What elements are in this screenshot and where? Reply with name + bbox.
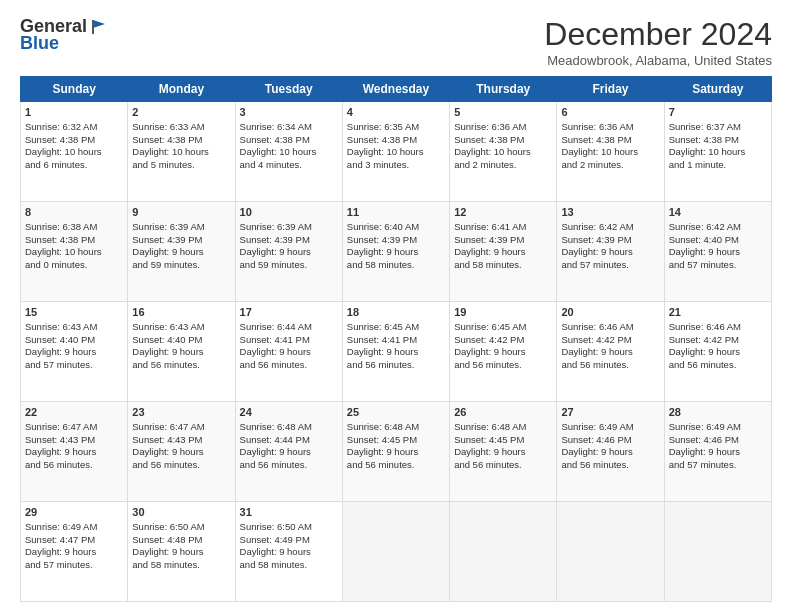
day-info-line: Sunrise: 6:36 AM — [454, 121, 552, 134]
day-number: 6 — [561, 105, 659, 120]
calendar-cell: 9Sunrise: 6:39 AMSunset: 4:39 PMDaylight… — [128, 202, 235, 302]
day-info-line: Sunrise: 6:49 AM — [669, 421, 767, 434]
calendar-cell: 2Sunrise: 6:33 AMSunset: 4:38 PMDaylight… — [128, 102, 235, 202]
day-info-line: Daylight: 9 hours — [132, 546, 230, 559]
day-header-saturday: Saturday — [664, 77, 771, 102]
day-number: 23 — [132, 405, 230, 420]
day-info-line: Daylight: 9 hours — [669, 346, 767, 359]
day-info-line: Daylight: 9 hours — [240, 546, 338, 559]
calendar-cell: 8Sunrise: 6:38 AMSunset: 4:38 PMDaylight… — [21, 202, 128, 302]
calendar-cell: 5Sunrise: 6:36 AMSunset: 4:38 PMDaylight… — [450, 102, 557, 202]
week-row-2: 8Sunrise: 6:38 AMSunset: 4:38 PMDaylight… — [21, 202, 772, 302]
calendar-cell: 24Sunrise: 6:48 AMSunset: 4:44 PMDayligh… — [235, 402, 342, 502]
day-info-line: Sunrise: 6:36 AM — [561, 121, 659, 134]
day-number: 25 — [347, 405, 445, 420]
calendar-cell: 22Sunrise: 6:47 AMSunset: 4:43 PMDayligh… — [21, 402, 128, 502]
svg-marker-0 — [93, 20, 105, 28]
day-info-line: Sunset: 4:40 PM — [669, 234, 767, 247]
calendar-cell: 30Sunrise: 6:50 AMSunset: 4:48 PMDayligh… — [128, 502, 235, 602]
day-info-line: Sunset: 4:42 PM — [561, 334, 659, 347]
day-info-line: Daylight: 9 hours — [347, 246, 445, 259]
day-info-line: Daylight: 9 hours — [240, 346, 338, 359]
day-number: 22 — [25, 405, 123, 420]
calendar-header-row: SundayMondayTuesdayWednesdayThursdayFrid… — [21, 77, 772, 102]
day-info-line: and 56 minutes. — [454, 359, 552, 372]
day-number: 12 — [454, 205, 552, 220]
day-info-line: Sunrise: 6:50 AM — [132, 521, 230, 534]
day-header-monday: Monday — [128, 77, 235, 102]
day-number: 3 — [240, 105, 338, 120]
calendar-cell: 3Sunrise: 6:34 AMSunset: 4:38 PMDaylight… — [235, 102, 342, 202]
day-info-line: Sunrise: 6:45 AM — [454, 321, 552, 334]
day-info-line: Sunset: 4:49 PM — [240, 534, 338, 547]
day-info-line: Sunrise: 6:41 AM — [454, 221, 552, 234]
day-info-line: Daylight: 9 hours — [25, 546, 123, 559]
calendar-cell: 23Sunrise: 6:47 AMSunset: 4:43 PMDayligh… — [128, 402, 235, 502]
day-info-line: and 56 minutes. — [25, 459, 123, 472]
day-info-line: and 59 minutes. — [240, 259, 338, 272]
day-info-line: and 0 minutes. — [25, 259, 123, 272]
logo: General Blue — [20, 16, 109, 54]
day-header-friday: Friday — [557, 77, 664, 102]
day-info-line: Sunrise: 6:37 AM — [669, 121, 767, 134]
day-info-line: Sunset: 4:39 PM — [347, 234, 445, 247]
day-info-line: and 4 minutes. — [240, 159, 338, 172]
day-number: 13 — [561, 205, 659, 220]
day-info-line: Sunset: 4:45 PM — [454, 434, 552, 447]
day-info-line: Sunset: 4:40 PM — [132, 334, 230, 347]
day-info-line: Daylight: 9 hours — [240, 246, 338, 259]
calendar-cell: 6Sunrise: 6:36 AMSunset: 4:38 PMDaylight… — [557, 102, 664, 202]
day-info-line: Sunrise: 6:48 AM — [347, 421, 445, 434]
day-number: 18 — [347, 305, 445, 320]
day-info-line: and 58 minutes. — [454, 259, 552, 272]
day-info-line: and 56 minutes. — [347, 359, 445, 372]
day-info-line: and 56 minutes. — [240, 359, 338, 372]
calendar-cell: 11Sunrise: 6:40 AMSunset: 4:39 PMDayligh… — [342, 202, 449, 302]
day-info-line: and 56 minutes. — [561, 359, 659, 372]
day-info-line: and 56 minutes. — [132, 359, 230, 372]
calendar-cell: 31Sunrise: 6:50 AMSunset: 4:49 PMDayligh… — [235, 502, 342, 602]
day-info-line: and 57 minutes. — [561, 259, 659, 272]
day-number: 20 — [561, 305, 659, 320]
calendar-cell: 25Sunrise: 6:48 AMSunset: 4:45 PMDayligh… — [342, 402, 449, 502]
calendar-cell: 15Sunrise: 6:43 AMSunset: 4:40 PMDayligh… — [21, 302, 128, 402]
day-header-thursday: Thursday — [450, 77, 557, 102]
day-info-line: Sunrise: 6:35 AM — [347, 121, 445, 134]
calendar-cell: 18Sunrise: 6:45 AMSunset: 4:41 PMDayligh… — [342, 302, 449, 402]
day-info-line: and 58 minutes. — [240, 559, 338, 572]
day-info-line: Sunset: 4:39 PM — [240, 234, 338, 247]
day-number: 10 — [240, 205, 338, 220]
day-info-line: Daylight: 9 hours — [240, 446, 338, 459]
day-number: 2 — [132, 105, 230, 120]
calendar-cell — [342, 502, 449, 602]
day-number: 4 — [347, 105, 445, 120]
calendar-cell: 4Sunrise: 6:35 AMSunset: 4:38 PMDaylight… — [342, 102, 449, 202]
day-info-line: Daylight: 10 hours — [454, 146, 552, 159]
calendar-table: SundayMondayTuesdayWednesdayThursdayFrid… — [20, 76, 772, 602]
day-info-line: Sunrise: 6:49 AM — [561, 421, 659, 434]
day-info-line: Sunset: 4:38 PM — [25, 134, 123, 147]
day-info-line: Sunset: 4:48 PM — [132, 534, 230, 547]
calendar-body: 1Sunrise: 6:32 AMSunset: 4:38 PMDaylight… — [21, 102, 772, 602]
month-title: December 2024 — [544, 16, 772, 53]
day-info-line: Sunset: 4:39 PM — [132, 234, 230, 247]
day-info-line: Sunrise: 6:45 AM — [347, 321, 445, 334]
calendar-cell — [450, 502, 557, 602]
header: General Blue December 2024 Meadowbrook, … — [20, 16, 772, 68]
day-info-line: Sunset: 4:40 PM — [25, 334, 123, 347]
day-info-line: Daylight: 9 hours — [25, 346, 123, 359]
day-info-line: and 57 minutes. — [669, 259, 767, 272]
day-info-line: Sunset: 4:42 PM — [454, 334, 552, 347]
calendar-cell: 20Sunrise: 6:46 AMSunset: 4:42 PMDayligh… — [557, 302, 664, 402]
week-row-3: 15Sunrise: 6:43 AMSunset: 4:40 PMDayligh… — [21, 302, 772, 402]
day-info-line: Sunrise: 6:47 AM — [132, 421, 230, 434]
day-number: 27 — [561, 405, 659, 420]
day-number: 19 — [454, 305, 552, 320]
day-number: 15 — [25, 305, 123, 320]
day-info-line: and 57 minutes. — [669, 459, 767, 472]
day-info-line: Sunset: 4:41 PM — [347, 334, 445, 347]
day-info-line: Daylight: 9 hours — [25, 446, 123, 459]
day-info-line: Sunrise: 6:42 AM — [561, 221, 659, 234]
day-number: 26 — [454, 405, 552, 420]
calendar-cell: 7Sunrise: 6:37 AMSunset: 4:38 PMDaylight… — [664, 102, 771, 202]
